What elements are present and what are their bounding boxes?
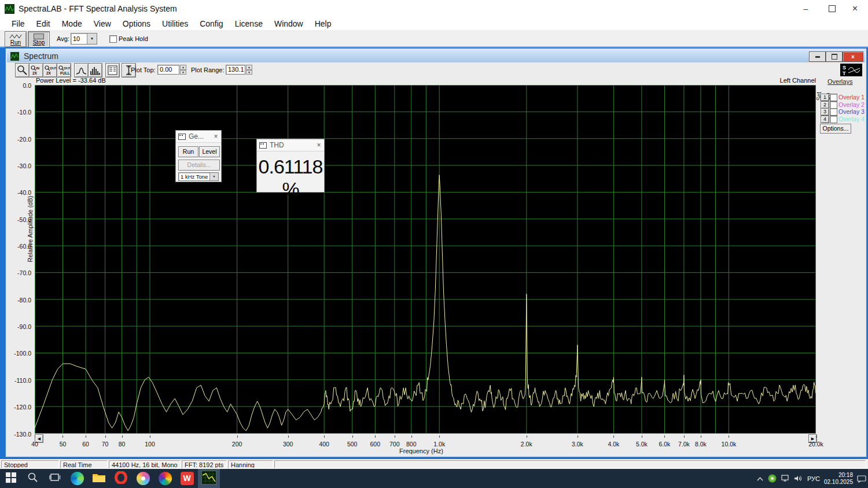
avg-dropdown[interactable]: 10 ▼ [71, 33, 97, 45]
opera-icon-button[interactable] [110, 469, 132, 488]
thd-close-icon[interactable]: × [314, 141, 324, 149]
x-tick-mark [729, 435, 729, 438]
menu-item-edit[interactable]: Edit [31, 17, 56, 30]
overlay-checkbox-4[interactable] [830, 116, 837, 123]
start-icon-button[interactable] [0, 469, 22, 488]
zoom-tool-button[interactable] [15, 63, 30, 77]
overlay-set-button-2[interactable]: 2 [821, 101, 829, 109]
stop-button[interactable]: Stop [28, 31, 50, 47]
plot-range-field[interactable]: 130.1 [226, 65, 245, 75]
close-button[interactable]: × [842, 0, 868, 17]
menu-item-file[interactable]: File [6, 17, 31, 30]
zoom-out-full-icon: OUTFULL [58, 64, 70, 76]
wps-office-icon-button[interactable]: W [176, 469, 198, 488]
line-plot-mode-button[interactable] [74, 63, 89, 77]
app-icon [5, 4, 14, 14]
y-tick-label: -40.0 [1, 189, 31, 196]
plot-top-field[interactable]: 0.00 [157, 65, 179, 75]
spin-down-icon[interactable]: ▼ [180, 70, 186, 75]
thd-value: 0.61118 % [257, 156, 324, 201]
bar-plot-mode-button[interactable] [88, 63, 102, 77]
generator-close-icon[interactable]: × [211, 132, 221, 141]
menu-item-utilities[interactable]: Utilities [156, 17, 194, 30]
x-tick-mark [237, 435, 238, 438]
generator-run-button[interactable]: Run [178, 146, 198, 157]
thd-dialog-titlebar[interactable]: THD × [257, 139, 324, 151]
spectrum-minimize-icon [815, 56, 820, 58]
display-options-icon [106, 64, 119, 76]
zoom-out-2x-button[interactable]: OUT2X [43, 63, 57, 77]
menu-item-options[interactable]: Options [117, 17, 156, 30]
x-tick-mark [439, 435, 440, 438]
spectrum-plot[interactable] [35, 85, 816, 434]
color-wheel-icon-button[interactable] [154, 469, 176, 488]
overlay-set-button-4[interactable]: 4 [821, 116, 829, 123]
spectrum-minimize-button[interactable] [809, 51, 826, 62]
file-explorer-icon-button[interactable] [88, 469, 110, 488]
overlay-label-2: Overlay 2 [838, 101, 865, 108]
overlay-checkbox-2[interactable] [830, 101, 837, 109]
waveform-icon [9, 34, 22, 39]
tray-network-icon[interactable] [781, 475, 790, 482]
menu-item-config[interactable]: Config [194, 17, 229, 30]
overlay-set-button-3[interactable]: 3 [821, 108, 829, 116]
menu-item-mode[interactable]: Mode [56, 17, 88, 30]
generator-dialog: Ge... × Run Level Details... 1 kHz Tone … [175, 130, 222, 182]
bar-plot-mode-icon [89, 64, 101, 76]
x-tick-mark [105, 435, 106, 438]
spectrum-close-button[interactable]: × [843, 51, 863, 62]
overlay-set-button-1[interactable]: 1 [821, 94, 829, 101]
tray-chevron-up-icon[interactable] [756, 476, 764, 482]
x-tick-mark [816, 435, 816, 438]
zoom-out-full-button[interactable]: OUTFULL [57, 63, 71, 77]
spectrum-plot-canvas [35, 85, 816, 434]
minimize-button[interactable]: – [793, 0, 819, 17]
spectrum-maximize-button[interactable] [826, 51, 843, 62]
edge-icon-button[interactable] [66, 469, 88, 488]
paint3d-icon-button[interactable] [132, 469, 154, 488]
generator-tone-dropdown[interactable]: 1 kHz Tone ▼ [178, 172, 219, 181]
task-view-icon-button[interactable] [44, 469, 66, 488]
menu-item-help[interactable]: Help [309, 17, 337, 30]
svg-text:2X: 2X [32, 71, 38, 75]
overlays-options-button[interactable]: Options... [820, 124, 851, 134]
spectralab-icon-button[interactable] [198, 469, 220, 488]
plot-range-spinner[interactable]: ▲ ▼ [246, 65, 252, 75]
tone-dropdown-arrow-icon[interactable]: ▼ [209, 173, 218, 180]
y-tick-label: -110.0 [1, 377, 31, 384]
menu-item-window[interactable]: Window [269, 17, 309, 30]
avg-dropdown-arrow-icon[interactable]: ▼ [87, 34, 97, 44]
run-button[interactable]: Run [5, 31, 27, 47]
thd-dialog: THD × 0.61118 % [256, 139, 325, 193]
display-options-button[interactable] [105, 63, 120, 77]
x-tick-label: 5.0k [636, 441, 648, 448]
menu-item-view[interactable]: View [88, 17, 117, 30]
search-icon-button[interactable] [22, 469, 44, 488]
svg-text:FULL: FULL [60, 71, 70, 75]
x-tick-mark [613, 435, 614, 438]
peak-hold-checkbox[interactable] [109, 35, 117, 43]
tray-clock[interactable]: 20:18 02.10.2025 [824, 472, 853, 486]
menu-item-license[interactable]: License [229, 17, 269, 30]
svg-text:OUT: OUT [64, 66, 70, 70]
spin-down-icon[interactable]: ▼ [246, 70, 252, 75]
overlay-checkbox-3[interactable] [830, 108, 837, 116]
generator-level-button[interactable]: Level [199, 146, 220, 157]
overlay-checkbox-1[interactable] [830, 94, 837, 101]
generator-dialog-titlebar[interactable]: Ge... × [176, 131, 221, 143]
tray-language[interactable]: РУС [807, 475, 820, 482]
plot-top-label: Plot Top: [131, 66, 156, 73]
tray-volume-icon[interactable] [794, 475, 803, 482]
tray-antivirus-icon[interactable] [768, 474, 777, 483]
zoom-in-2x-button[interactable]: IN2X [29, 63, 43, 77]
x-tick-mark [642, 435, 642, 438]
tray-notifications-icon[interactable] [857, 475, 867, 483]
maximize-button[interactable] [819, 0, 845, 17]
signal-trigger-icon[interactable]: S T [840, 64, 862, 76]
spin-up-icon[interactable]: ▲ [180, 65, 186, 70]
plot-top-spinner[interactable]: ▲ ▼ [180, 65, 186, 75]
spin-up-icon[interactable]: ▲ [246, 65, 252, 70]
x-tick-label: 60 [82, 441, 89, 448]
status-fft: FFT: 8192 pts [182, 460, 227, 468]
svg-text:IN: IN [36, 66, 39, 70]
